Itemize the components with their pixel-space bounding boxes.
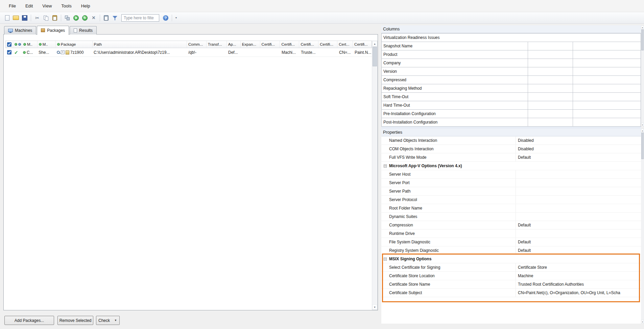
columns-row[interactable]: Hard Time-Out [382, 101, 641, 110]
select-all-checkbox-cell[interactable] [6, 41, 13, 48]
property-value[interactable] [516, 213, 641, 221]
remove-selected-button[interactable]: Remove Selected [57, 316, 93, 325]
column-header-cert4[interactable]: Certifi... [318, 41, 337, 48]
collapse-icon[interactable]: − [384, 258, 387, 261]
scrollbar-thumb[interactable] [373, 47, 377, 66]
tab-machines[interactable]: Machines [4, 26, 36, 35]
scroll-up-icon[interactable]: ▲ [641, 129, 644, 132]
cut-icon[interactable]: ✂ [33, 14, 41, 22]
copy-icon[interactable] [42, 14, 50, 22]
scrollbar-thumb[interactable] [641, 29, 644, 50]
column-header-m2[interactable]: M.. [38, 41, 56, 48]
menu-help[interactable]: Help [76, 0, 95, 12]
scroll-up-icon[interactable]: ▲ [372, 41, 377, 46]
expand-icon[interactable]: + [61, 50, 65, 54]
check-button[interactable]: Check [96, 316, 112, 325]
property-row[interactable]: Server Path [381, 187, 641, 196]
windows-icon[interactable] [63, 14, 71, 22]
property-value[interactable] [516, 196, 641, 204]
scroll-up-icon[interactable]: ▲ [641, 25, 644, 29]
property-row[interactable]: Full VFS Write ModeDefault [381, 153, 641, 162]
columns-row[interactable]: Soft Time-Out [382, 93, 641, 101]
property-value[interactable]: Disabled [516, 136, 641, 145]
property-row[interactable]: File System DiagnosticDefault [381, 238, 641, 246]
property-value[interactable]: Machine [516, 272, 641, 280]
columns-row[interactable]: Repackaging Method [382, 84, 641, 93]
columns-row[interactable]: Pre-Installation Configuration [382, 110, 641, 118]
property-value[interactable]: Trusted Root Certification Authorities [516, 280, 641, 288]
property-value[interactable] [516, 204, 641, 212]
property-row[interactable]: Certificate Store NameTrusted Root Certi… [381, 280, 641, 289]
column-header-appv[interactable]: Ap... [227, 41, 241, 48]
row-checkbox[interactable] [7, 50, 11, 54]
scroll-down-icon[interactable]: ▼ [372, 304, 377, 310]
add-packages-button[interactable]: Add Packages... [4, 316, 54, 325]
cancel-icon[interactable]: ✕ [90, 14, 98, 22]
property-row[interactable]: Named Objects InteractionDisabled [381, 136, 641, 145]
menu-view[interactable]: View [38, 0, 56, 12]
menu-file[interactable]: File [4, 0, 21, 12]
menu-tools[interactable]: Tools [56, 0, 76, 12]
scroll-down-icon[interactable]: ▼ [641, 320, 644, 324]
property-value[interactable] [516, 229, 641, 238]
property-row[interactable]: Certificate SubjectCN=Paint.Net(c), O=Or… [381, 289, 641, 297]
property-value[interactable] [516, 170, 641, 178]
property-value[interactable]: Default [516, 153, 641, 161]
select-all-checkbox[interactable] [7, 42, 11, 47]
scroll-down-icon[interactable]: ▼ [641, 123, 644, 127]
property-value[interactable]: Default [516, 246, 641, 255]
property-value[interactable]: Default [516, 238, 641, 246]
columns-row[interactable]: Company [382, 59, 641, 67]
property-row[interactable]: Registry System DiagnosticDefault [381, 246, 641, 255]
packages-table-scrollbar[interactable]: ▲ ▼ [372, 41, 378, 310]
column-header-transform[interactable]: Transf... [207, 41, 227, 48]
help-icon[interactable]: ? [162, 14, 170, 22]
property-value[interactable]: CN=Paint.Net(c), O=Organization, OU=Org … [516, 289, 641, 297]
column-header-cert2[interactable]: Certifi... [280, 41, 299, 48]
check-dropdown-button[interactable]: ▼ [112, 316, 120, 325]
column-header-command[interactable]: Comm... [187, 41, 207, 48]
save-icon[interactable] [21, 14, 29, 22]
columns-row[interactable]: Compressed [382, 76, 641, 84]
package-row[interactable]: ✓ C... She... + 7z1900 C:\Users\administ… [5, 48, 372, 57]
property-row[interactable]: Certificate Store LocationMachine [381, 272, 641, 280]
columns-row[interactable]: Product [382, 50, 641, 59]
menu-edit[interactable]: Edit [21, 0, 38, 12]
property-value[interactable]: Certificate Store [516, 263, 641, 271]
property-row[interactable]: Server Protocol [381, 196, 641, 204]
property-section-row[interactable]: − Microsoft App-V Options (Version 4.x) [381, 162, 641, 170]
property-value[interactable] [516, 179, 641, 187]
filter-input[interactable] [121, 14, 159, 22]
columns-row[interactable]: Virtualization Readiness Issues [382, 34, 641, 42]
columns-row[interactable]: Post-Installation Configuration [382, 118, 641, 127]
property-row[interactable]: Dynamic Suites [381, 213, 641, 221]
toolbar-options-icon[interactable]: ▼ [174, 14, 178, 22]
property-row[interactable]: COM Objects InteractionDisabled [381, 145, 641, 153]
property-value[interactable]: Disabled [516, 145, 641, 153]
property-row[interactable]: Server Host [381, 170, 641, 179]
property-section-row[interactable]: − MSIX Signing Options [381, 255, 641, 263]
property-row[interactable]: CompressionDefault [381, 221, 641, 229]
property-value[interactable] [516, 187, 641, 195]
run-icon[interactable] [72, 14, 80, 22]
columns-row[interactable]: Snapshot Name [382, 42, 641, 50]
property-row[interactable]: Server Port [381, 179, 641, 187]
property-row[interactable]: Select Certificate for SigningCertificat… [381, 263, 641, 272]
report-icon[interactable] [102, 14, 110, 22]
new-icon[interactable] [3, 14, 11, 22]
filter-icon[interactable] [111, 14, 119, 22]
column-header-cert6[interactable]: Certifi... [353, 41, 372, 48]
column-header-expansion[interactable]: Expan... [241, 41, 260, 48]
property-row[interactable]: Root Folder Name [381, 204, 641, 213]
column-header-cert1[interactable]: Certifi... [260, 41, 280, 48]
refresh-icon[interactable]: ↻ [81, 14, 89, 22]
status-column-header[interactable] [13, 41, 22, 48]
columns-scrollbar[interactable]: ▲ ▼ [641, 25, 644, 127]
scrollbar-thumb[interactable] [641, 133, 644, 159]
column-header-path[interactable]: Path [93, 41, 187, 48]
open-icon[interactable] [12, 14, 20, 22]
column-header-cert5[interactable]: Cert... [337, 41, 353, 48]
tab-results[interactable]: Results [70, 26, 97, 35]
paste-icon[interactable] [51, 14, 59, 22]
column-header-cert3[interactable]: Certifi... [299, 41, 318, 48]
